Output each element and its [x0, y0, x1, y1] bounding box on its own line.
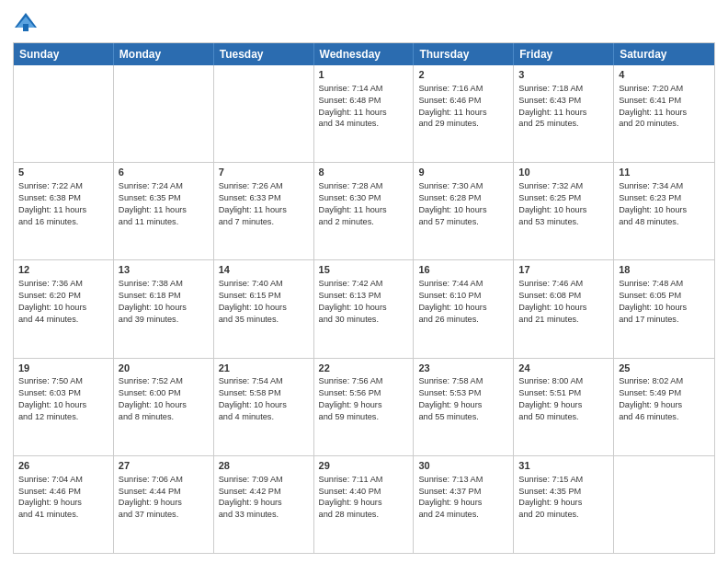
day-number: 14 — [219, 263, 309, 277]
day-number: 29 — [319, 459, 409, 473]
day-info: Sunrise: 7:30 AM Sunset: 6:28 PM Dayligh… — [418, 180, 508, 228]
day-info: Sunrise: 7:15 AM Sunset: 4:35 PM Dayligh… — [518, 474, 609, 522]
day-info: Sunrise: 7:13 AM Sunset: 4:37 PM Dayligh… — [418, 474, 508, 522]
day-number: 19 — [18, 362, 108, 375]
col-header-wednesday: Wednesday — [314, 43, 415, 65]
col-header-sunday: Sunday — [14, 43, 114, 65]
day-info: Sunrise: 7:09 AM Sunset: 4:42 PM Dayligh… — [219, 474, 309, 522]
day-info: Sunrise: 7:16 AM Sunset: 6:46 PM Dayligh… — [418, 83, 508, 131]
day-cell-20: 20Sunrise: 7:52 AM Sunset: 6:00 PM Dayli… — [114, 359, 214, 455]
day-number: 30 — [418, 459, 508, 473]
day-cell-17: 17Sunrise: 7:46 AM Sunset: 6:08 PM Dayli… — [514, 260, 614, 357]
day-number: 4 — [619, 68, 710, 82]
day-cell-28: 28Sunrise: 7:09 AM Sunset: 4:42 PM Dayli… — [214, 456, 314, 553]
day-info: Sunrise: 8:00 AM Sunset: 5:51 PM Dayligh… — [518, 375, 609, 423]
day-info: Sunrise: 7:44 AM Sunset: 6:10 PM Dayligh… — [418, 278, 508, 326]
day-info: Sunrise: 7:18 AM Sunset: 6:43 PM Dayligh… — [518, 83, 609, 131]
day-info: Sunrise: 7:22 AM Sunset: 6:38 PM Dayligh… — [18, 180, 108, 228]
day-number: 25 — [619, 362, 710, 375]
day-cell-6: 6Sunrise: 7:24 AM Sunset: 6:35 PM Daylig… — [114, 163, 214, 259]
day-number: 27 — [119, 459, 209, 473]
day-info: Sunrise: 7:52 AM Sunset: 6:00 PM Dayligh… — [119, 375, 209, 423]
day-info: Sunrise: 7:20 AM Sunset: 6:41 PM Dayligh… — [619, 83, 710, 131]
day-number: 5 — [18, 166, 108, 179]
day-number: 16 — [418, 263, 508, 277]
day-info: Sunrise: 7:26 AM Sunset: 6:33 PM Dayligh… — [219, 180, 309, 228]
day-number: 9 — [418, 166, 508, 179]
empty-cell-0-1 — [114, 65, 214, 162]
empty-cell-4-6 — [614, 456, 714, 553]
day-cell-31: 31Sunrise: 7:15 AM Sunset: 4:35 PM Dayli… — [514, 456, 614, 553]
day-number: 10 — [518, 166, 609, 179]
calendar-body: 1Sunrise: 7:14 AM Sunset: 6:48 PM Daylig… — [14, 65, 714, 553]
day-number: 2 — [418, 68, 508, 82]
day-info: Sunrise: 7:40 AM Sunset: 6:15 PM Dayligh… — [219, 278, 309, 326]
day-info: Sunrise: 7:42 AM Sunset: 6:13 PM Dayligh… — [319, 278, 409, 326]
day-info: Sunrise: 7:48 AM Sunset: 6:05 PM Dayligh… — [619, 278, 710, 326]
day-cell-14: 14Sunrise: 7:40 AM Sunset: 6:15 PM Dayli… — [214, 260, 314, 357]
day-number: 28 — [219, 459, 309, 473]
day-info: Sunrise: 7:56 AM Sunset: 5:56 PM Dayligh… — [319, 375, 409, 423]
day-info: Sunrise: 7:24 AM Sunset: 6:35 PM Dayligh… — [119, 180, 209, 228]
day-number: 1 — [319, 68, 409, 82]
col-header-monday: Monday — [114, 43, 214, 65]
day-cell-23: 23Sunrise: 7:58 AM Sunset: 5:53 PM Dayli… — [414, 359, 514, 455]
day-number: 3 — [518, 68, 609, 82]
day-number: 13 — [119, 263, 209, 277]
page: SundayMondayTuesdayWednesdayThursdayFrid… — [0, 0, 728, 563]
day-info: Sunrise: 7:46 AM Sunset: 6:08 PM Dayligh… — [518, 278, 609, 326]
logo — [13, 9, 42, 35]
day-number: 11 — [619, 166, 710, 179]
day-info: Sunrise: 7:11 AM Sunset: 4:40 PM Dayligh… — [319, 474, 409, 522]
day-cell-24: 24Sunrise: 8:00 AM Sunset: 5:51 PM Dayli… — [514, 359, 614, 455]
day-cell-9: 9Sunrise: 7:30 AM Sunset: 6:28 PM Daylig… — [414, 163, 514, 259]
empty-cell-0-2 — [214, 65, 314, 162]
day-info: Sunrise: 7:28 AM Sunset: 6:30 PM Dayligh… — [319, 180, 409, 228]
week-row-2: 5Sunrise: 7:22 AM Sunset: 6:38 PM Daylig… — [14, 162, 714, 259]
day-info: Sunrise: 7:34 AM Sunset: 6:23 PM Dayligh… — [619, 180, 710, 228]
day-cell-30: 30Sunrise: 7:13 AM Sunset: 4:37 PM Dayli… — [414, 456, 514, 553]
empty-cell-0-0 — [14, 65, 114, 162]
week-row-3: 12Sunrise: 7:36 AM Sunset: 6:20 PM Dayli… — [14, 259, 714, 357]
day-info: Sunrise: 7:54 AM Sunset: 5:58 PM Dayligh… — [219, 375, 309, 423]
day-cell-2: 2Sunrise: 7:16 AM Sunset: 6:46 PM Daylig… — [414, 65, 514, 162]
day-info: Sunrise: 7:04 AM Sunset: 4:46 PM Dayligh… — [18, 474, 108, 522]
day-cell-5: 5Sunrise: 7:22 AM Sunset: 6:38 PM Daylig… — [14, 163, 114, 259]
day-number: 26 — [18, 459, 108, 473]
day-info: Sunrise: 7:58 AM Sunset: 5:53 PM Dayligh… — [418, 375, 508, 423]
day-cell-1: 1Sunrise: 7:14 AM Sunset: 6:48 PM Daylig… — [314, 65, 415, 162]
col-header-saturday: Saturday — [614, 43, 714, 65]
day-cell-18: 18Sunrise: 7:48 AM Sunset: 6:05 PM Dayli… — [614, 260, 714, 357]
week-row-1: 1Sunrise: 7:14 AM Sunset: 6:48 PM Daylig… — [14, 65, 714, 162]
logo-icon — [13, 9, 39, 35]
day-number: 21 — [219, 362, 309, 375]
day-number: 31 — [518, 459, 609, 473]
col-header-tuesday: Tuesday — [214, 43, 314, 65]
day-info: Sunrise: 7:36 AM Sunset: 6:20 PM Dayligh… — [18, 278, 108, 326]
day-cell-27: 27Sunrise: 7:06 AM Sunset: 4:44 PM Dayli… — [114, 456, 214, 553]
day-cell-11: 11Sunrise: 7:34 AM Sunset: 6:23 PM Dayli… — [614, 163, 714, 259]
day-cell-29: 29Sunrise: 7:11 AM Sunset: 4:40 PM Dayli… — [314, 456, 415, 553]
day-cell-4: 4Sunrise: 7:20 AM Sunset: 6:41 PM Daylig… — [614, 65, 714, 162]
day-cell-12: 12Sunrise: 7:36 AM Sunset: 6:20 PM Dayli… — [14, 260, 114, 357]
day-info: Sunrise: 7:14 AM Sunset: 6:48 PM Dayligh… — [319, 83, 409, 131]
day-number: 24 — [518, 362, 609, 375]
day-number: 12 — [18, 263, 108, 277]
day-number: 15 — [319, 263, 409, 277]
day-number: 20 — [119, 362, 209, 375]
day-cell-7: 7Sunrise: 7:26 AM Sunset: 6:33 PM Daylig… — [214, 163, 314, 259]
day-info: Sunrise: 7:38 AM Sunset: 6:18 PM Dayligh… — [119, 278, 209, 326]
day-info: Sunrise: 7:32 AM Sunset: 6:25 PM Dayligh… — [518, 180, 609, 228]
day-cell-3: 3Sunrise: 7:18 AM Sunset: 6:43 PM Daylig… — [514, 65, 614, 162]
day-cell-25: 25Sunrise: 8:02 AM Sunset: 5:49 PM Dayli… — [614, 359, 714, 455]
day-number: 18 — [619, 263, 710, 277]
day-cell-13: 13Sunrise: 7:38 AM Sunset: 6:18 PM Dayli… — [114, 260, 214, 357]
day-number: 6 — [119, 166, 209, 179]
col-header-friday: Friday — [514, 43, 614, 65]
day-cell-26: 26Sunrise: 7:04 AM Sunset: 4:46 PM Dayli… — [14, 456, 114, 553]
col-header-thursday: Thursday — [414, 43, 514, 65]
day-cell-8: 8Sunrise: 7:28 AM Sunset: 6:30 PM Daylig… — [314, 163, 415, 259]
day-info: Sunrise: 8:02 AM Sunset: 5:49 PM Dayligh… — [619, 375, 710, 423]
week-row-5: 26Sunrise: 7:04 AM Sunset: 4:46 PM Dayli… — [14, 455, 714, 553]
calendar: SundayMondayTuesdayWednesdayThursdayFrid… — [13, 42, 715, 554]
